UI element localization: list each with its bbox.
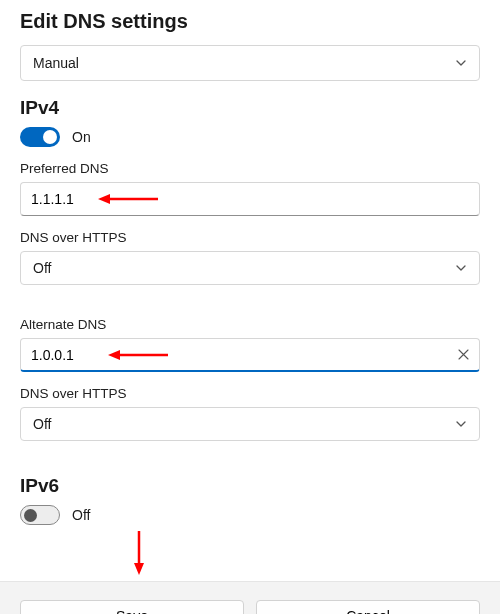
ipv4-heading: IPv4 [20, 97, 480, 119]
svg-marker-5 [134, 563, 144, 575]
preferred-dns-input[interactable] [20, 182, 480, 216]
close-icon [458, 348, 469, 363]
alternate-dns-label: Alternate DNS [20, 317, 480, 332]
chevron-down-icon [455, 262, 467, 274]
doh2-label: DNS over HTTPS [20, 386, 480, 401]
dns-mode-value: Manual [33, 55, 79, 71]
chevron-down-icon [455, 57, 467, 69]
doh2-value: Off [33, 416, 51, 432]
preferred-dns-label: Preferred DNS [20, 161, 480, 176]
doh1-value: Off [33, 260, 51, 276]
footer-bar: Save Cancel [0, 581, 500, 614]
ipv6-toggle[interactable] [20, 505, 60, 525]
dns-mode-select[interactable]: Manual [20, 45, 480, 81]
chevron-down-icon [455, 418, 467, 430]
ipv4-toggle[interactable] [20, 127, 60, 147]
page-title: Edit DNS settings [20, 10, 480, 33]
clear-input-button[interactable] [452, 344, 474, 366]
ipv6-toggle-label: Off [72, 507, 90, 523]
cancel-button[interactable]: Cancel [256, 600, 480, 614]
ipv6-heading: IPv6 [20, 475, 480, 497]
alternate-dns-input[interactable] [20, 338, 480, 372]
doh2-select[interactable]: Off [20, 407, 480, 441]
ipv4-toggle-label: On [72, 129, 91, 145]
annotation-arrow-icon [132, 531, 146, 575]
doh1-label: DNS over HTTPS [20, 230, 480, 245]
save-button[interactable]: Save [20, 600, 244, 614]
doh1-select[interactable]: Off [20, 251, 480, 285]
